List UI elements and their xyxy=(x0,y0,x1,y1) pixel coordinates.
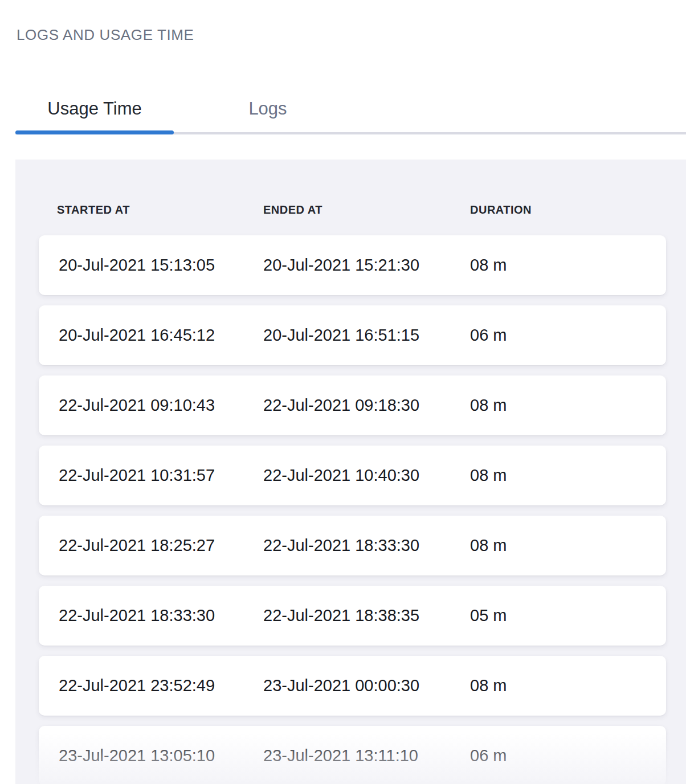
ended-at-cell: 22-Jul-2021 09:18:30 xyxy=(263,396,470,415)
logs-usage-page: LOGS AND USAGE TIME Usage Time Logs STAR… xyxy=(0,26,686,784)
usage-rows: 20-Jul-2021 15:13:05 20-Jul-2021 15:21:3… xyxy=(39,235,686,784)
ended-at-cell: 22-Jul-2021 18:33:30 xyxy=(263,536,470,555)
ended-at-cell: 20-Jul-2021 16:51:15 xyxy=(263,326,470,345)
duration-cell: 08 m xyxy=(470,396,666,415)
duration-cell: 08 m xyxy=(470,676,666,695)
started-at-cell: 22-Jul-2021 18:33:30 xyxy=(59,606,263,625)
started-at-cell: 23-Jul-2021 13:05:10 xyxy=(59,746,263,765)
table-row[interactable]: 20-Jul-2021 15:13:05 20-Jul-2021 15:21:3… xyxy=(39,235,666,295)
duration-cell: 05 m xyxy=(470,606,666,625)
ended-at-cell: 22-Jul-2021 10:40:30 xyxy=(263,466,470,485)
ended-at-cell: 23-Jul-2021 13:11:10 xyxy=(263,746,470,765)
duration-cell: 08 m xyxy=(470,466,666,485)
page-title: LOGS AND USAGE TIME xyxy=(17,26,686,43)
duration-cell: 08 m xyxy=(470,256,666,275)
table-row[interactable]: 22-Jul-2021 18:33:30 22-Jul-2021 18:38:3… xyxy=(39,586,666,646)
tab-bar: Usage Time Logs xyxy=(15,85,686,134)
table-row[interactable]: 23-Jul-2021 13:05:10 23-Jul-2021 13:11:1… xyxy=(39,726,666,784)
usage-time-panel: STARTED AT ENDED AT DURATION 20-Jul-2021… xyxy=(15,160,686,784)
tab-usage-time[interactable]: Usage Time xyxy=(15,85,174,132)
table-row[interactable]: 22-Jul-2021 09:10:43 22-Jul-2021 09:18:3… xyxy=(39,375,666,435)
ended-at-cell: 22-Jul-2021 18:38:35 xyxy=(263,606,470,625)
tab-logs-label: Logs xyxy=(248,99,287,119)
duration-cell: 08 m xyxy=(470,536,666,555)
tab-usage-time-label: Usage Time xyxy=(47,99,141,119)
started-at-cell: 22-Jul-2021 09:10:43 xyxy=(59,396,263,415)
column-header-duration: DURATION xyxy=(470,203,686,217)
ended-at-cell: 23-Jul-2021 00:00:30 xyxy=(263,676,470,695)
tab-logs[interactable]: Logs xyxy=(174,85,362,132)
started-at-cell: 22-Jul-2021 10:31:57 xyxy=(59,466,263,485)
table-row[interactable]: 22-Jul-2021 10:31:57 22-Jul-2021 10:40:3… xyxy=(39,446,666,505)
table-row[interactable]: 22-Jul-2021 23:52:49 23-Jul-2021 00:00:3… xyxy=(39,656,666,716)
started-at-cell: 22-Jul-2021 23:52:49 xyxy=(59,676,263,695)
duration-cell: 06 m xyxy=(470,746,666,765)
started-at-cell: 22-Jul-2021 18:25:27 xyxy=(59,536,263,555)
table-header-row: STARTED AT ENDED AT DURATION xyxy=(39,194,686,226)
duration-cell: 06 m xyxy=(470,326,666,345)
column-header-started-at: STARTED AT xyxy=(57,203,263,217)
table-row[interactable]: 20-Jul-2021 16:45:12 20-Jul-2021 16:51:1… xyxy=(39,305,666,365)
started-at-cell: 20-Jul-2021 15:13:05 xyxy=(59,256,263,275)
started-at-cell: 20-Jul-2021 16:45:12 xyxy=(59,326,263,345)
table-row[interactable]: 22-Jul-2021 18:25:27 22-Jul-2021 18:33:3… xyxy=(39,516,666,575)
ended-at-cell: 20-Jul-2021 15:21:30 xyxy=(263,256,470,275)
column-header-ended-at: ENDED AT xyxy=(263,203,470,217)
